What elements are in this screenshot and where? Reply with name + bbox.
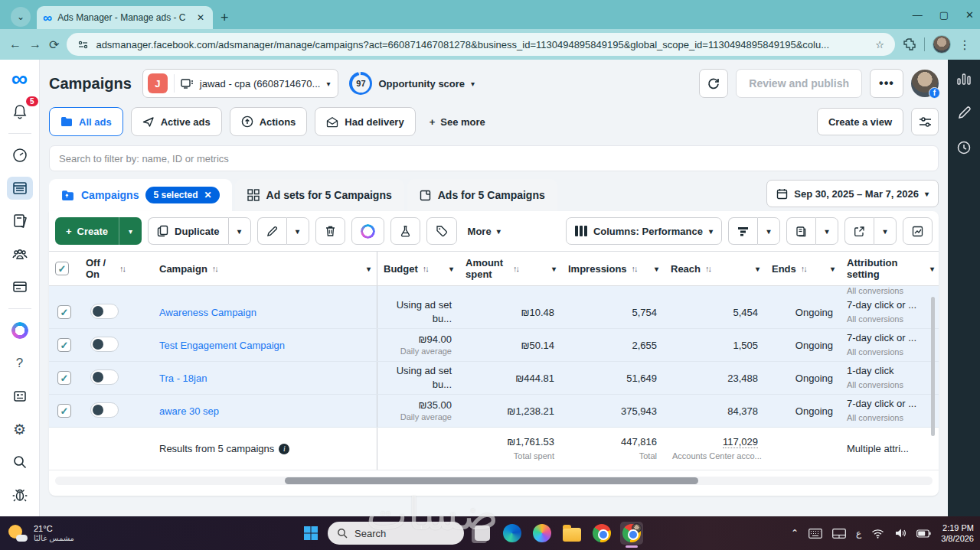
sort-icon[interactable]: ↑↓ <box>801 264 806 273</box>
review-and-publish-button[interactable]: Review and publish <box>736 69 862 98</box>
search-input[interactable] <box>59 153 929 164</box>
campaign-name-link[interactable]: Test Engagement Campaign <box>153 340 377 351</box>
new-tab-button[interactable]: + <box>220 10 229 26</box>
campaigns-nav-icon[interactable] <box>7 177 33 200</box>
vertical-scrollbar-thumb[interactable] <box>931 297 935 436</box>
account-overview-gauge-icon[interactable] <box>7 144 33 167</box>
meta-logo[interactable]: ∞ <box>7 67 33 90</box>
forward-icon[interactable]: → <box>29 37 41 51</box>
tag-button[interactable] <box>426 217 457 245</box>
breakdown-dropdown-button[interactable]: ▾ <box>757 217 780 245</box>
tab-campaigns[interactable]: Campaigns 5 selected ✕ <box>49 179 232 211</box>
filter-caret-icon[interactable]: ▾ <box>930 265 934 273</box>
ad-account-selector[interactable]: J jawad - cpa (6608714670... ▾ <box>142 69 339 98</box>
horizontal-scrollbar-thumb[interactable] <box>285 477 698 484</box>
create-button[interactable]: + Create <box>55 217 119 245</box>
copilot-taskbar-icon[interactable] <box>531 522 554 545</box>
user-avatar[interactable]: f <box>911 70 939 97</box>
task-view-button[interactable] <box>471 522 494 545</box>
history-clock-icon[interactable] <box>956 140 972 155</box>
tab-close-icon[interactable]: ✕ <box>194 12 207 23</box>
wifi-icon[interactable] <box>871 529 884 539</box>
insights-chart-icon[interactable] <box>956 72 972 86</box>
extensions-icon[interactable] <box>903 37 916 51</box>
address-bar[interactable]: adsmanager.facebook.com/adsmanager/manag… <box>67 33 895 56</box>
see-more-button[interactable]: + See more <box>423 116 492 128</box>
filter-caret-icon[interactable]: ▾ <box>756 265 760 273</box>
campaign-name-link[interactable]: aware 30 sep <box>153 405 377 417</box>
ab-test-button[interactable] <box>390 217 420 245</box>
header-ends[interactable]: Ends↑↓▾ <box>766 252 841 285</box>
browser-profile-avatar[interactable] <box>933 35 951 54</box>
off-on-toggle[interactable] <box>90 402 119 418</box>
filter-caret-icon[interactable]: ▾ <box>449 265 453 273</box>
campaign-name-link[interactable]: Tra - 18jan <box>153 373 377 384</box>
ads-reporting-icon[interactable] <box>7 210 33 233</box>
off-on-toggle[interactable] <box>90 369 119 385</box>
campaign-name-link[interactable]: Awareness Campaign <box>153 307 377 318</box>
business-support-icon[interactable] <box>7 385 33 408</box>
selected-count-badge[interactable]: 5 selected ✕ <box>145 187 219 203</box>
billing-icon[interactable] <box>7 275 33 298</box>
edit-pencil-icon[interactable] <box>957 106 972 120</box>
back-icon[interactable]: ← <box>9 37 21 51</box>
more-options-button[interactable]: ••• <box>870 69 903 98</box>
keyboard-icon[interactable] <box>808 529 822 539</box>
row-checkbox[interactable] <box>57 305 71 319</box>
date-range-picker[interactable]: Sep 30, 2025 – Mar 7, 2026 ▾ <box>766 180 939 207</box>
export-dropdown-button[interactable]: ▾ <box>874 217 897 245</box>
reports-button[interactable] <box>786 217 815 245</box>
filter-caret-icon[interactable]: ▾ <box>655 265 658 273</box>
chrome-taskbar-icon[interactable] <box>590 522 613 545</box>
taskbar-search[interactable]: Search <box>328 522 464 545</box>
file-explorer-taskbar-icon[interactable] <box>560 522 583 545</box>
chrome-active-taskbar-icon[interactable] <box>620 522 643 545</box>
meta-ai-button[interactable] <box>351 217 384 245</box>
settings-gear-icon[interactable]: ⚙ <box>7 418 33 441</box>
browser-menu-icon[interactable]: ⋮ <box>959 37 971 52</box>
row-checkbox[interactable] <box>57 404 71 418</box>
duplicate-button[interactable]: Duplicate <box>148 217 228 245</box>
filter-caret-icon[interactable]: ▾ <box>831 265 835 273</box>
off-on-toggle[interactable] <box>90 337 119 352</box>
header-budget[interactable]: Budget↑↓▾ <box>377 252 459 285</box>
sort-icon[interactable]: ↑↓ <box>632 264 637 273</box>
site-settings-icon[interactable] <box>77 39 89 50</box>
select-all-checkbox[interactable] <box>55 262 69 275</box>
report-bug-icon[interactable] <box>7 483 33 506</box>
refresh-button[interactable] <box>699 69 728 98</box>
meta-ai-icon[interactable] <box>7 319 33 342</box>
breakdown-button[interactable] <box>728 217 757 245</box>
taskbar-clock[interactable]: 2:19 PM 3/8/2026 <box>941 522 974 545</box>
bookmark-star-icon[interactable]: ☆ <box>875 39 884 50</box>
row-checkbox[interactable] <box>57 338 71 352</box>
header-attribution[interactable]: Attribution setting▾ <box>841 252 940 285</box>
header-impressions[interactable]: Impressions↑↓▾ <box>562 252 665 285</box>
filter-had-delivery[interactable]: Had delivery <box>315 107 415 136</box>
row-checkbox[interactable] <box>57 371 71 385</box>
tab-search-chevron-icon[interactable]: ⌄ <box>11 7 31 27</box>
maximize-icon[interactable]: ▢ <box>939 9 949 21</box>
create-a-view-button[interactable]: Create a view <box>817 108 903 135</box>
speaker-icon[interactable] <box>894 528 906 539</box>
notifications-bell-icon[interactable]: 5 <box>7 100 33 123</box>
reload-icon[interactable]: ⟳ <box>49 37 59 52</box>
reports-dropdown-button[interactable]: ▾ <box>815 217 838 245</box>
language-indicator[interactable]: ع <box>856 528 861 539</box>
tab-ads[interactable]: Ads for 5 Campaigns <box>407 179 557 211</box>
sort-icon[interactable]: ↑↓ <box>423 264 428 273</box>
audiences-icon[interactable] <box>7 242 33 265</box>
header-amount-spent[interactable]: Amount spent↑↓▾ <box>459 252 562 285</box>
minimize-icon[interactable]: — <box>913 9 923 21</box>
browser-tab[interactable]: ∞ Ads Manager - Manage ads - C ✕ <box>37 6 213 29</box>
off-on-toggle[interactable] <box>90 304 119 319</box>
weather-widget[interactable]: 21°C مشمس غالبًا <box>0 523 82 543</box>
sort-icon[interactable]: ↑↓ <box>119 264 125 273</box>
url-text[interactable]: adsmanager.facebook.com/adsmanager/manag… <box>96 39 868 50</box>
header-reach[interactable]: Reach↑↓▾ <box>665 252 766 285</box>
touchpad-icon[interactable] <box>832 529 846 539</box>
sort-icon[interactable]: ↑↓ <box>212 264 217 273</box>
filter-active-ads[interactable]: Active ads <box>131 107 222 136</box>
header-off-on[interactable]: Off / On↑↓ <box>80 252 153 285</box>
horizontal-scrollbar[interactable] <box>55 477 933 485</box>
